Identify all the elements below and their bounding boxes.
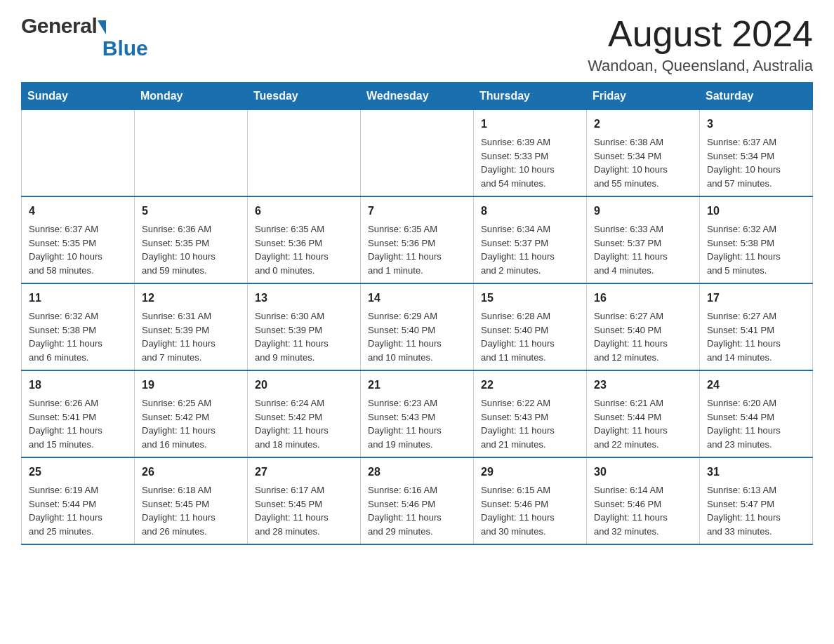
day-info: Sunrise: 6:27 AMSunset: 5:41 PMDaylight:… bbox=[707, 309, 805, 364]
table-row: 2Sunrise: 6:38 AMSunset: 5:34 PMDaylight… bbox=[587, 110, 700, 197]
day-number: 19 bbox=[142, 377, 240, 394]
table-row: 15Sunrise: 6:28 AMSunset: 5:40 PMDayligh… bbox=[474, 283, 587, 370]
day-number: 1 bbox=[481, 116, 579, 133]
day-info: Sunrise: 6:39 AMSunset: 5:33 PMDaylight:… bbox=[481, 135, 579, 190]
table-row bbox=[361, 110, 474, 197]
day-info: Sunrise: 6:15 AMSunset: 5:46 PMDaylight:… bbox=[481, 483, 579, 538]
day-number: 6 bbox=[255, 203, 353, 220]
day-info: Sunrise: 6:27 AMSunset: 5:40 PMDaylight:… bbox=[594, 309, 692, 364]
day-info: Sunrise: 6:35 AMSunset: 5:36 PMDaylight:… bbox=[368, 222, 466, 277]
table-row: 13Sunrise: 6:30 AMSunset: 5:39 PMDayligh… bbox=[248, 283, 361, 370]
day-number: 20 bbox=[255, 377, 353, 394]
table-row: 6Sunrise: 6:35 AMSunset: 5:36 PMDaylight… bbox=[248, 196, 361, 283]
day-number: 22 bbox=[481, 377, 579, 394]
col-sunday: Sunday bbox=[22, 83, 135, 110]
day-number: 14 bbox=[368, 290, 466, 307]
day-info: Sunrise: 6:22 AMSunset: 5:43 PMDaylight:… bbox=[481, 396, 579, 451]
day-info: Sunrise: 6:37 AMSunset: 5:34 PMDaylight:… bbox=[707, 135, 805, 190]
day-info: Sunrise: 6:20 AMSunset: 5:44 PMDaylight:… bbox=[707, 396, 805, 451]
day-number: 29 bbox=[481, 464, 579, 481]
day-number: 26 bbox=[142, 464, 240, 481]
calendar-week-row: 4Sunrise: 6:37 AMSunset: 5:35 PMDaylight… bbox=[22, 196, 813, 283]
table-row: 20Sunrise: 6:24 AMSunset: 5:42 PMDayligh… bbox=[248, 370, 361, 457]
day-info: Sunrise: 6:23 AMSunset: 5:43 PMDaylight:… bbox=[368, 396, 466, 451]
col-friday: Friday bbox=[587, 83, 700, 110]
day-info: Sunrise: 6:17 AMSunset: 5:45 PMDaylight:… bbox=[255, 483, 353, 538]
day-info: Sunrise: 6:14 AMSunset: 5:46 PMDaylight:… bbox=[594, 483, 692, 538]
table-row: 8Sunrise: 6:34 AMSunset: 5:37 PMDaylight… bbox=[474, 196, 587, 283]
table-row: 1Sunrise: 6:39 AMSunset: 5:33 PMDaylight… bbox=[474, 110, 587, 197]
table-row: 23Sunrise: 6:21 AMSunset: 5:44 PMDayligh… bbox=[587, 370, 700, 457]
day-info: Sunrise: 6:13 AMSunset: 5:47 PMDaylight:… bbox=[707, 483, 805, 538]
day-info: Sunrise: 6:29 AMSunset: 5:40 PMDaylight:… bbox=[368, 309, 466, 364]
table-row: 4Sunrise: 6:37 AMSunset: 5:35 PMDaylight… bbox=[22, 196, 135, 283]
logo-arrow-icon bbox=[98, 20, 106, 34]
day-number: 8 bbox=[481, 203, 579, 220]
col-monday: Monday bbox=[135, 83, 248, 110]
calendar-week-row: 1Sunrise: 6:39 AMSunset: 5:33 PMDaylight… bbox=[22, 110, 813, 197]
table-row: 7Sunrise: 6:35 AMSunset: 5:36 PMDaylight… bbox=[361, 196, 474, 283]
calendar-week-row: 18Sunrise: 6:26 AMSunset: 5:41 PMDayligh… bbox=[22, 370, 813, 457]
day-info: Sunrise: 6:34 AMSunset: 5:37 PMDaylight:… bbox=[481, 222, 579, 277]
table-row: 26Sunrise: 6:18 AMSunset: 5:45 PMDayligh… bbox=[135, 457, 248, 544]
table-row: 12Sunrise: 6:31 AMSunset: 5:39 PMDayligh… bbox=[135, 283, 248, 370]
table-row: 18Sunrise: 6:26 AMSunset: 5:41 PMDayligh… bbox=[22, 370, 135, 457]
day-info: Sunrise: 6:28 AMSunset: 5:40 PMDaylight:… bbox=[481, 309, 579, 364]
day-info: Sunrise: 6:38 AMSunset: 5:34 PMDaylight:… bbox=[594, 135, 692, 190]
location-subtitle: Wandoan, Queensland, Australia bbox=[588, 57, 813, 75]
table-row: 22Sunrise: 6:22 AMSunset: 5:43 PMDayligh… bbox=[474, 370, 587, 457]
table-row: 14Sunrise: 6:29 AMSunset: 5:40 PMDayligh… bbox=[361, 283, 474, 370]
day-number: 2 bbox=[594, 116, 692, 133]
day-number: 23 bbox=[594, 377, 692, 394]
col-saturday: Saturday bbox=[700, 83, 813, 110]
table-row bbox=[22, 110, 135, 197]
header: General General Blue August 2024 Wandoan… bbox=[21, 14, 813, 75]
day-number: 30 bbox=[594, 464, 692, 481]
day-number: 31 bbox=[707, 464, 805, 481]
col-wednesday: Wednesday bbox=[361, 83, 474, 110]
table-row: 5Sunrise: 6:36 AMSunset: 5:35 PMDaylight… bbox=[135, 196, 248, 283]
day-info: Sunrise: 6:16 AMSunset: 5:46 PMDaylight:… bbox=[368, 483, 466, 538]
col-thursday: Thursday bbox=[474, 83, 587, 110]
table-row: 28Sunrise: 6:16 AMSunset: 5:46 PMDayligh… bbox=[361, 457, 474, 544]
day-number: 9 bbox=[594, 203, 692, 220]
table-row: 27Sunrise: 6:17 AMSunset: 5:45 PMDayligh… bbox=[248, 457, 361, 544]
day-number: 7 bbox=[368, 203, 466, 220]
day-number: 16 bbox=[594, 290, 692, 307]
day-number: 17 bbox=[707, 290, 805, 307]
calendar-header-row: Sunday Monday Tuesday Wednesday Thursday… bbox=[22, 83, 813, 110]
day-info: Sunrise: 6:21 AMSunset: 5:44 PMDaylight:… bbox=[594, 396, 692, 451]
table-row: 24Sunrise: 6:20 AMSunset: 5:44 PMDayligh… bbox=[700, 370, 813, 457]
logo-general-text: General bbox=[21, 14, 97, 38]
day-number: 25 bbox=[29, 464, 127, 481]
day-info: Sunrise: 6:25 AMSunset: 5:42 PMDaylight:… bbox=[142, 396, 240, 451]
day-number: 5 bbox=[142, 203, 240, 220]
logo: General General Blue bbox=[21, 14, 148, 62]
table-row bbox=[248, 110, 361, 197]
logo-blue-text: Blue bbox=[102, 36, 148, 60]
day-number: 27 bbox=[255, 464, 353, 481]
month-title: August 2024 bbox=[588, 14, 813, 54]
table-row: 16Sunrise: 6:27 AMSunset: 5:40 PMDayligh… bbox=[587, 283, 700, 370]
day-info: Sunrise: 6:30 AMSunset: 5:39 PMDaylight:… bbox=[255, 309, 353, 364]
table-row: 11Sunrise: 6:32 AMSunset: 5:38 PMDayligh… bbox=[22, 283, 135, 370]
day-number: 24 bbox=[707, 377, 805, 394]
day-info: Sunrise: 6:18 AMSunset: 5:45 PMDaylight:… bbox=[142, 483, 240, 538]
table-row: 21Sunrise: 6:23 AMSunset: 5:43 PMDayligh… bbox=[361, 370, 474, 457]
day-number: 15 bbox=[481, 290, 579, 307]
table-row: 19Sunrise: 6:25 AMSunset: 5:42 PMDayligh… bbox=[135, 370, 248, 457]
table-row: 10Sunrise: 6:32 AMSunset: 5:38 PMDayligh… bbox=[700, 196, 813, 283]
title-block: August 2024 Wandoan, Queensland, Austral… bbox=[588, 14, 813, 75]
table-row bbox=[135, 110, 248, 197]
calendar-table: Sunday Monday Tuesday Wednesday Thursday… bbox=[21, 82, 813, 545]
day-number: 12 bbox=[142, 290, 240, 307]
day-number: 11 bbox=[29, 290, 127, 307]
table-row: 9Sunrise: 6:33 AMSunset: 5:37 PMDaylight… bbox=[587, 196, 700, 283]
day-info: Sunrise: 6:36 AMSunset: 5:35 PMDaylight:… bbox=[142, 222, 240, 277]
day-info: Sunrise: 6:26 AMSunset: 5:41 PMDaylight:… bbox=[29, 396, 127, 451]
day-number: 4 bbox=[29, 203, 127, 220]
table-row: 31Sunrise: 6:13 AMSunset: 5:47 PMDayligh… bbox=[700, 457, 813, 544]
table-row: 29Sunrise: 6:15 AMSunset: 5:46 PMDayligh… bbox=[474, 457, 587, 544]
day-number: 10 bbox=[707, 203, 805, 220]
day-info: Sunrise: 6:19 AMSunset: 5:44 PMDaylight:… bbox=[29, 483, 127, 538]
